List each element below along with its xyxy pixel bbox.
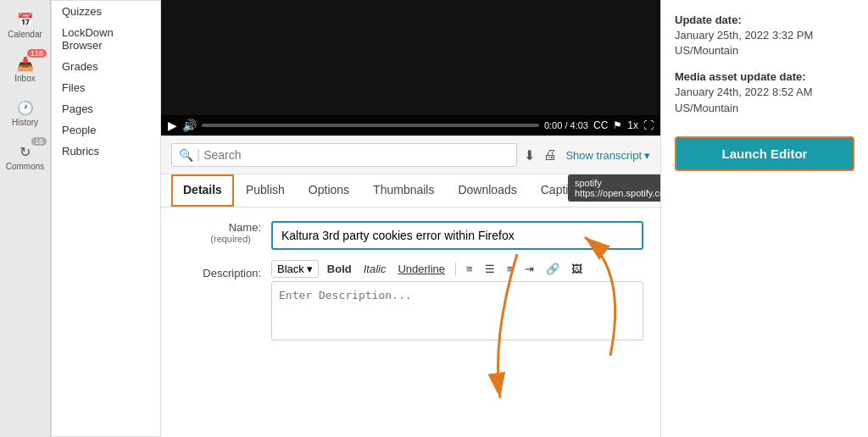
- bold-button[interactable]: Bold: [324, 261, 355, 277]
- nav-menu: Quizzes LockDown Browser Grades Files Pa…: [51, 0, 161, 437]
- desc-label: Description:: [178, 260, 271, 279]
- main-content: ▶ 🔊 0:00 / 4:03 CC ⚑ 1x ⛶: [161, 0, 660, 437]
- history-icon: 🕐: [17, 100, 34, 116]
- ctrl-icons: CC ⚑ 1x ⛶: [593, 119, 654, 131]
- tabs: Details Publish Options Thumbnails Downl…: [161, 174, 660, 207]
- volume-button[interactable]: 🔊: [182, 119, 197, 132]
- indent-button[interactable]: ⇥: [521, 261, 537, 277]
- nav-menu-item-quizzes[interactable]: Quizzes: [52, 1, 160, 22]
- nav-menu-item-rubrics[interactable]: Rubrics: [52, 141, 160, 162]
- sidebar-item-label: Inbox: [14, 74, 35, 83]
- desc-field-wrap: Black ▾ Bold Italic Underline ≡ ☰ ≡ ⇥ 🔗 …: [271, 260, 643, 344]
- show-transcript-label: Show transcript: [565, 149, 642, 162]
- download-icon[interactable]: ⬇: [524, 147, 535, 163]
- tab-publish[interactable]: Publish: [234, 174, 297, 207]
- tab-downloads[interactable]: Downloads: [446, 174, 528, 207]
- commons-icon: ↻: [19, 144, 31, 160]
- show-transcript-button[interactable]: Show transcript ▾: [565, 149, 650, 162]
- search-actions: ⬇ 🖨 Show transcript ▾: [524, 147, 650, 163]
- name-input[interactable]: [271, 221, 643, 250]
- sidebar-item-label: Calendar: [8, 30, 42, 39]
- tooltip-url: https://open.spotify.com/browse/featured: [575, 188, 660, 198]
- print-icon[interactable]: 🖨: [543, 147, 557, 163]
- time-total: 4:03: [570, 120, 588, 130]
- sidebar-item-label: Commons: [6, 162, 45, 171]
- image-button[interactable]: 🖼: [568, 261, 586, 277]
- nav-menu-item-people[interactable]: People: [52, 119, 160, 141]
- color-value: Black: [277, 263, 304, 275]
- align-center-button[interactable]: ≡: [504, 261, 517, 277]
- inbox-badge: 116: [27, 49, 47, 58]
- time-current: 0:00: [544, 120, 562, 130]
- nav-menu-item-files[interactable]: Files: [52, 77, 160, 98]
- sidebar-item-label: History: [12, 118, 38, 127]
- form-area: Name: (required) Description: Black ▾ Bo…: [161, 207, 660, 437]
- tooltip-title: spotify: [575, 178, 660, 188]
- toolbar-separator: [455, 263, 456, 276]
- fullscreen-icon[interactable]: ⛶: [643, 119, 654, 131]
- commons-badge: 16: [31, 137, 47, 146]
- search-bar: 🔍 | ⬇ 🖨 Show transcript ▾: [161, 136, 660, 174]
- italic-button[interactable]: Italic: [360, 261, 390, 277]
- sidebar-item-inbox[interactable]: 📥 116 Inbox: [0, 47, 50, 91]
- color-chevron-icon: ▾: [307, 263, 313, 275]
- link-button[interactable]: 🔗: [542, 261, 563, 277]
- sidebar-item-calendar[interactable]: 📅 Calendar: [0, 3, 50, 47]
- flag-icon[interactable]: ⚑: [613, 119, 622, 131]
- color-select[interactable]: Black ▾: [271, 260, 319, 278]
- search-input[interactable]: [203, 148, 509, 162]
- name-label: Name:: [178, 221, 271, 234]
- search-divider: |: [197, 147, 200, 163]
- video-player[interactable]: ▶ 🔊 0:00 / 4:03 CC ⚑ 1x ⛶: [161, 0, 660, 136]
- tab-details[interactable]: Details: [171, 174, 234, 207]
- tab-thumbnails[interactable]: Thumbnails: [361, 174, 446, 207]
- tab-options[interactable]: Options: [297, 174, 361, 207]
- underline-button[interactable]: Underline: [394, 261, 448, 277]
- media-update-block: Media asset update date: January 24th, 2…: [675, 70, 854, 115]
- name-required: (required): [178, 234, 261, 244]
- spotify-tooltip: spotify https://open.spotify.com/browse/…: [568, 174, 660, 202]
- video-controls: ▶ 🔊 0:00 / 4:03 CC ⚑ 1x ⛶: [161, 115, 660, 136]
- sidebar-item-commons[interactable]: ↻ 16 Commons: [0, 136, 50, 180]
- progress-bar[interactable]: [202, 124, 539, 127]
- sidebar: 📅 Calendar 📥 116 Inbox 🕐 History ↻ 16 Co…: [0, 0, 51, 437]
- list-unordered-button[interactable]: ☰: [481, 261, 498, 277]
- launch-editor-button[interactable]: Launch Editor: [675, 136, 854, 171]
- calendar-icon: 📅: [17, 12, 34, 28]
- desc-row: Description: Black ▾ Bold Italic Underli…: [178, 260, 643, 344]
- nav-menu-item-grades[interactable]: Grades: [52, 56, 160, 77]
- right-panel: Update date: January 25th, 2022 3:32 PMU…: [660, 0, 868, 437]
- update-date-block: Update date: January 25th, 2022 3:32 PMU…: [675, 14, 854, 58]
- desc-textarea[interactable]: [271, 281, 643, 340]
- sidebar-item-history[interactable]: 🕐 History: [0, 91, 50, 136]
- update-date-label: Update date:: [675, 14, 854, 26]
- media-update-value: January 24th, 2022 8:52 AMUS/Mountain: [675, 85, 854, 115]
- play-button[interactable]: ▶: [168, 119, 177, 132]
- nav-menu-item-lockdown[interactable]: LockDown Browser: [52, 22, 160, 56]
- media-update-label: Media asset update date:: [675, 70, 854, 83]
- nav-menu-item-pages[interactable]: Pages: [52, 98, 160, 119]
- speed-icon[interactable]: 1x: [627, 119, 638, 131]
- time-display: 0:00 / 4:03: [544, 120, 588, 130]
- video-section: ▶ 🔊 0:00 / 4:03 CC ⚑ 1x ⛶: [161, 0, 660, 136]
- search-icon: 🔍: [179, 148, 193, 162]
- search-input-wrap: 🔍 |: [171, 143, 517, 167]
- inbox-icon: 📥: [17, 56, 34, 72]
- chevron-down-icon: ▾: [644, 149, 650, 162]
- list-ordered-button[interactable]: ≡: [463, 261, 476, 277]
- update-date-value: January 25th, 2022 3:32 PMUS/Mountain: [675, 28, 854, 58]
- name-row: Name: (required): [178, 221, 643, 250]
- desc-toolbar: Black ▾ Bold Italic Underline ≡ ☰ ≡ ⇥ 🔗 …: [271, 260, 643, 278]
- cc-icon[interactable]: CC: [593, 119, 608, 131]
